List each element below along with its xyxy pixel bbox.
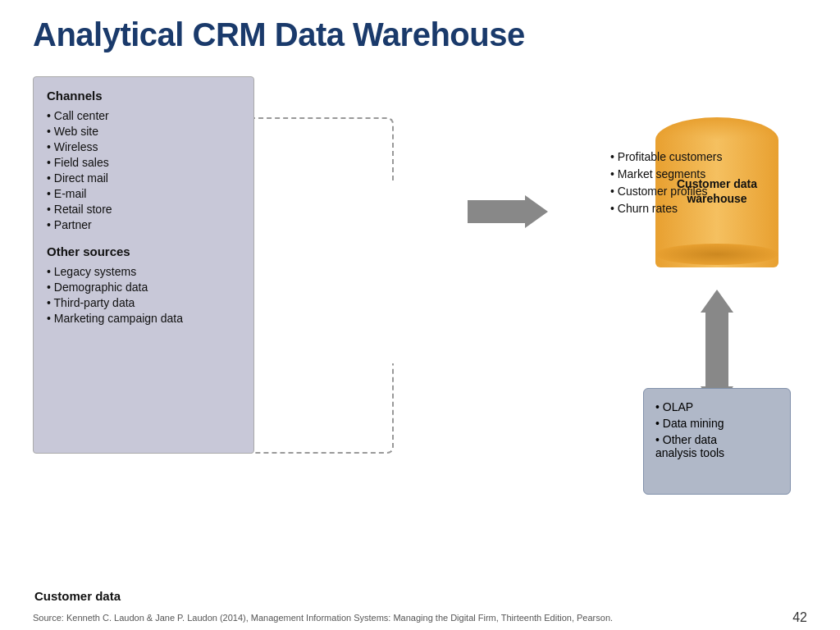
channels-list: Call center Web site Wireless Field sale… [47,109,240,231]
other-sources-title: Other sources [47,244,240,258]
footer-text: Source: Kenneth C. Laudon & Jane P. Laud… [33,613,613,623]
footer: Source: Kenneth C. Laudon & Jane P. Laud… [0,610,840,625]
list-item: Partner [47,218,240,231]
cylinder-bottom [655,244,778,265]
list-item: Customer profiles [610,185,791,198]
arrow-h-shaft [468,200,525,223]
page-number: 42 [792,610,807,625]
list-item: Profitable customers [610,150,791,163]
bottom-box: OLAP Data mining Other dataanalysis tool… [643,388,791,495]
diagram-area: Channels Call center Web site Wireless F… [33,68,807,527]
other-sources-list: Legacy systems Demographic data Third-pa… [47,265,240,325]
arrow-h-head [525,195,548,228]
list-item: Web site [47,125,240,138]
arrow-head-up [701,290,733,313]
list-item: Wireless [47,140,240,153]
list-item: E-mail [47,187,240,200]
analysis-tools-list: OLAP Data mining Other dataanalysis tool… [655,400,778,459]
list-item: Market segments [610,167,791,180]
right-box: Profitable customers Market segments Cus… [610,150,791,219]
dashed-line-top [250,117,394,183]
left-box: Channels Call center Web site Wireless F… [33,76,254,454]
list-item: Direct mail [47,171,240,185]
right-arrow-wrap [468,195,548,228]
list-item: Demographic data [47,281,240,294]
slide-title: Analytical CRM Data Warehouse [33,16,807,53]
slide-page: Analytical CRM Data Warehouse Channels C… [0,0,840,630]
list-item: Legacy systems [47,265,240,278]
list-item: Third-party data [47,296,240,309]
list-item: Call center [47,109,240,122]
list-item: Field sales [47,156,240,169]
list-item: OLAP [655,400,778,413]
dashed-line-bottom [250,363,394,454]
list-item: Data mining [655,417,778,430]
arrow-shaft [705,313,728,386]
list-item: Churn rates [610,202,791,215]
output-list: Profitable customers Market segments Cus… [610,150,791,215]
customer-data-label: Customer data [33,589,121,604]
list-item: Retail store [47,203,240,216]
channels-title: Channels [47,89,240,103]
list-item: Other dataanalysis tools [655,433,778,459]
center-column: Customer datawarehouse OLAP Data mining … [627,84,807,511]
list-item: Marketing campaign data [47,312,240,325]
